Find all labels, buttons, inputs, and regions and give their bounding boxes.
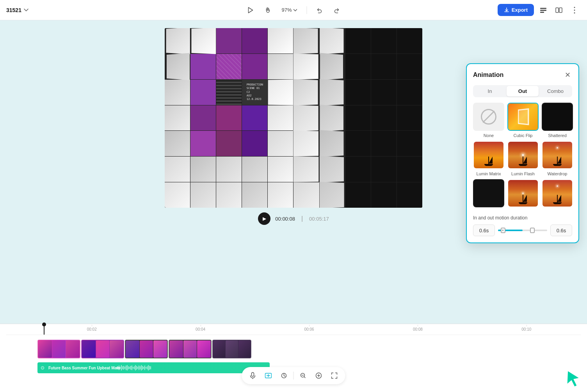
slider-thumb-right[interactable] (530, 228, 535, 233)
motion-duration-label: In and out motion duration (473, 215, 572, 221)
video-canvas: PRODUCTIONSCENE 01C2AO212.0.2023 (165, 28, 422, 208)
close-icon: ✕ (565, 71, 571, 79)
timeline-needle[interactable] (44, 324, 44, 335)
video-clip-5[interactable] (212, 340, 251, 358)
duration-slider[interactable] (498, 225, 547, 236)
video-track-content (37, 340, 581, 358)
anim-label-waterdrop: Waterdrop (548, 171, 567, 176)
ruler-mark-06: 00:06 (255, 327, 363, 331)
add-button[interactable] (313, 369, 325, 382)
anim-item-9[interactable] (542, 179, 573, 210)
audio-label: Future Bass Summer Fun Upbeat Main (48, 366, 120, 370)
fullscreen-button[interactable] (328, 369, 341, 382)
zoom-out-button[interactable] (297, 369, 310, 382)
anim-item-none[interactable]: None (473, 103, 504, 138)
anim-label-shattered: Shattered (548, 133, 567, 138)
anim-thumb-none (473, 103, 504, 131)
more-icon-button[interactable] (568, 4, 581, 16)
header-center-controls: 97% (244, 4, 343, 16)
play-icon: ▶ (263, 216, 266, 221)
svg-point-6 (574, 9, 575, 11)
video-clip-1[interactable] (37, 340, 80, 358)
svg-rect-0 (540, 8, 546, 9)
undo-button[interactable] (313, 4, 326, 16)
anim-label-lumin-flash: Lumin Flash (511, 171, 535, 176)
project-title: 31521 (6, 7, 21, 13)
svg-rect-1 (540, 10, 546, 11)
duration-row (473, 225, 572, 236)
anim-item-lumin-flash[interactable]: Lumin Flash (507, 141, 539, 176)
animation-tabs: In Out Combo (473, 85, 572, 97)
video-clip-2[interactable] (81, 340, 124, 358)
anim-thumb-lumin-matrix (473, 141, 504, 169)
export-button[interactable]: Export (498, 4, 534, 16)
panel-title: Animation (473, 71, 503, 78)
svg-rect-3 (556, 8, 559, 12)
anim-label-cubic-flip: Cubic Flip (514, 133, 533, 138)
zoom-control[interactable]: 97% (278, 5, 300, 14)
layout-icon-button[interactable] (537, 4, 550, 16)
tab-in[interactable]: In (474, 86, 506, 96)
redo-button[interactable] (331, 4, 343, 16)
anim-item-lumin-matrix[interactable]: Lumin Matrix (473, 141, 504, 176)
duration-left-input[interactable] (473, 225, 495, 236)
project-dropdown-icon[interactable] (23, 7, 29, 13)
ruler-marks: 00:02 00:04 00:06 00:08 00:10 (6, 327, 581, 331)
playback-controls: ▶ 00:00:08 | 00:05:17 (258, 212, 329, 225)
svg-point-7 (574, 12, 575, 13)
play-button[interactable]: ▶ (258, 212, 270, 225)
bottom-toolbar (242, 367, 345, 384)
panel-header: Animation ✕ (473, 70, 572, 80)
anim-thumb-cubic (507, 103, 539, 131)
video-clip-4[interactable] (169, 340, 212, 358)
header-divider (307, 6, 307, 14)
time-separator: | (301, 215, 303, 222)
anim-thumb-shattered (542, 103, 573, 131)
needle-head (42, 323, 46, 326)
header-left: 31521 (6, 7, 29, 13)
export-label: Export (512, 7, 528, 13)
anim-thumb-waterdrop (542, 141, 573, 169)
audio-clip[interactable]: ⊙ Future Bass Summer Fun Upbeat Main (37, 362, 270, 373)
anim-label-lumin-matrix: Lumin Matrix (477, 171, 501, 176)
total-time: 00:05:17 (309, 216, 329, 222)
video-clips (37, 340, 251, 358)
hand-tool-button[interactable] (261, 4, 274, 16)
anim-thumb-8 (507, 179, 539, 207)
anim-item-7[interactable] (473, 179, 504, 210)
svg-point-5 (574, 7, 575, 8)
animation-button[interactable] (262, 369, 275, 382)
duration-right-input[interactable] (550, 225, 572, 236)
toolbar-divider (294, 372, 294, 380)
ruler-mark-08: 00:08 (363, 327, 472, 331)
video-track (6, 339, 581, 359)
slider-thumb-left[interactable] (501, 228, 505, 233)
effects-button[interactable] (278, 369, 290, 382)
zoom-value: 97% (281, 7, 292, 13)
video-clip-3[interactable] (125, 340, 168, 358)
svg-rect-2 (540, 12, 544, 13)
play-tool-button[interactable] (244, 4, 256, 16)
animation-panel: Animation ✕ In Out Combo (466, 63, 579, 243)
anim-thumb-9 (542, 179, 573, 207)
audio-icon: ⊙ (41, 365, 44, 371)
anim-item-shattered[interactable]: Shattered (542, 103, 573, 138)
anim-item-8[interactable] (507, 179, 539, 210)
svg-rect-4 (559, 8, 562, 12)
panel-icon-button[interactable] (553, 4, 565, 16)
header-right-controls: Export (498, 4, 581, 16)
canvas-area: PRODUCTIONSCENE 01C2AO212.0.2023 (0, 20, 587, 324)
tab-out[interactable]: Out (507, 86, 539, 96)
anim-label-none: None (484, 133, 494, 138)
anim-thumb-7 (473, 179, 504, 207)
mic-button[interactable] (247, 369, 259, 382)
ruler-mark-04: 00:04 (146, 327, 254, 331)
timeline-area: 00:02 00:04 00:06 00:08 00:10 (0, 324, 587, 392)
tab-combo[interactable]: Combo (539, 86, 571, 96)
no-animation-icon (481, 109, 496, 125)
timeline-ruler: 00:02 00:04 00:06 00:08 00:10 (6, 324, 581, 335)
anim-item-cubic-flip[interactable]: Cubic Flip (507, 103, 539, 138)
close-panel-button[interactable]: ✕ (563, 70, 572, 80)
ruler-mark-02: 00:02 (37, 327, 146, 331)
anim-item-waterdrop[interactable]: Waterdrop (542, 141, 573, 176)
